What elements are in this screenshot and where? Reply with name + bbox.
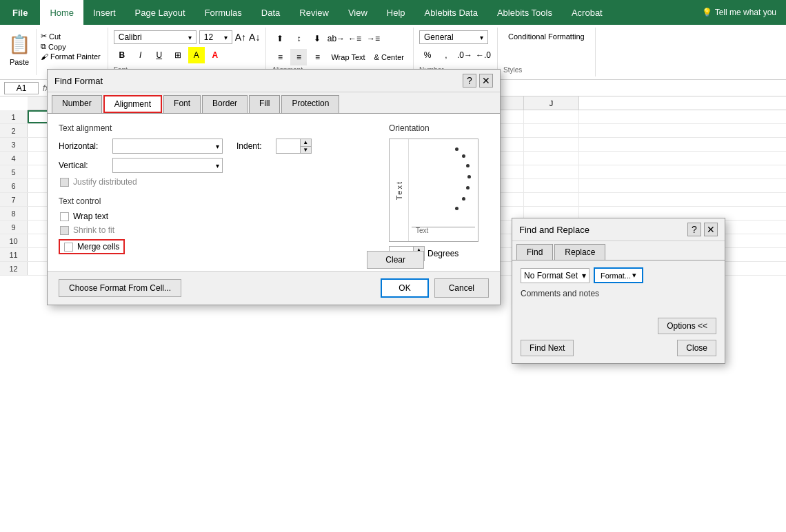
- fill-color-button[interactable]: A: [188, 47, 205, 63]
- conditional-formatting-button[interactable]: Conditional Formatting: [503, 30, 590, 43]
- fr-close-button[interactable]: Close: [677, 340, 716, 356]
- find-format-help-button[interactable]: ?: [463, 74, 476, 88]
- bold-button[interactable]: B: [114, 47, 130, 63]
- cell-6-9[interactable]: [524, 179, 579, 192]
- orientation-button[interactable]: ab→: [328, 30, 344, 47]
- indent-spinner: ▲ ▼: [300, 139, 311, 153]
- shrink-to-fit-checkbox[interactable]: [60, 226, 69, 235]
- tab-insert[interactable]: Insert: [83, 0, 125, 25]
- underline-button[interactable]: U: [151, 47, 168, 63]
- decrease-font-icon[interactable]: A↓: [249, 32, 260, 43]
- cell-5-9[interactable]: [524, 165, 579, 178]
- row-header-10[interactable]: 10: [0, 234, 28, 247]
- increase-decimal-button[interactable]: .0→: [456, 47, 473, 63]
- merge-cells-checkbox[interactable]: [64, 243, 73, 252]
- row-header-3[interactable]: 3: [0, 138, 28, 151]
- decrease-decimal-button[interactable]: ←.0: [475, 47, 492, 63]
- indent-decrease-button[interactable]: ←≡: [346, 30, 363, 47]
- row-header-7[interactable]: 7: [0, 193, 28, 206]
- row-header-12[interactable]: 12: [0, 262, 28, 275]
- number-format-dropdown[interactable]: General▾: [419, 30, 488, 44]
- fr-format-button[interactable]: Format... ▾: [594, 267, 643, 283]
- indent-input[interactable]: ▲ ▼: [276, 139, 312, 154]
- find-replace-help-button[interactable]: ?: [687, 223, 701, 236]
- horizontal-dropdown[interactable]: ▾: [112, 139, 223, 154]
- tell-me-text: Tell me what you: [715, 8, 776, 17]
- tab-file[interactable]: File: [0, 0, 40, 25]
- tab-ablebits-tools[interactable]: Ablebits Tools: [487, 0, 562, 25]
- justify-distributed-checkbox[interactable]: [60, 178, 69, 187]
- tab-view[interactable]: View: [339, 0, 377, 25]
- tab-data[interactable]: Data: [252, 0, 290, 25]
- border-button[interactable]: ⊞: [170, 47, 186, 63]
- indent-up-button[interactable]: ▲: [300, 139, 311, 147]
- cell-7-9[interactable]: [524, 193, 579, 206]
- ok-button[interactable]: OK: [381, 278, 428, 298]
- align-bottom-button[interactable]: ⬇: [309, 30, 325, 47]
- tab-font[interactable]: Font: [163, 95, 201, 113]
- font-name-dropdown[interactable]: Calibri▾: [114, 30, 196, 44]
- fr-format-dropdown[interactable]: No Format Set ▾: [521, 268, 590, 283]
- align-center-button[interactable]: ≡: [290, 49, 307, 65]
- indent-increase-button[interactable]: →≡: [365, 30, 381, 47]
- cell-3-9[interactable]: [524, 138, 579, 151]
- fr-find-next-button[interactable]: Find Next: [521, 340, 574, 356]
- tab-page-layout[interactable]: Page Layout: [125, 0, 195, 25]
- tab-home[interactable]: Home: [40, 0, 83, 25]
- wrap-text-button[interactable]: Wrap Text: [328, 51, 368, 63]
- fr-options-button[interactable]: Options <<: [658, 318, 716, 334]
- tab-number[interactable]: Number: [52, 95, 102, 113]
- cancel-button[interactable]: Cancel: [434, 278, 489, 298]
- row-header-8[interactable]: 8: [0, 207, 28, 220]
- row-header-2[interactable]: 2: [0, 124, 28, 137]
- tell-me-box[interactable]: 💡 Tell me what you: [692, 0, 786, 25]
- font-color-button[interactable]: A: [207, 47, 223, 63]
- tab-fill[interactable]: Fill: [249, 95, 280, 113]
- tab-protection[interactable]: Protection: [281, 95, 339, 113]
- cell-reference-box[interactable]: A1: [4, 82, 39, 94]
- merge-center-button[interactable]: & Center: [371, 51, 407, 63]
- fr-footer: Options <<: [512, 312, 725, 340]
- row-header-9[interactable]: 9: [0, 221, 28, 234]
- row-header-11[interactable]: 11: [0, 248, 28, 261]
- col-header-J[interactable]: J: [524, 96, 579, 110]
- paste-button[interactable]: 📋 Paste: [3, 29, 37, 75]
- fr-tab-replace[interactable]: Replace: [554, 244, 605, 260]
- find-replace-close-button[interactable]: ✕: [704, 223, 718, 236]
- find-format-close-button[interactable]: ✕: [479, 74, 493, 88]
- align-middle-button[interactable]: ↕: [290, 30, 307, 47]
- percent-button[interactable]: %: [419, 47, 436, 63]
- cell-2-9[interactable]: [524, 124, 579, 137]
- tab-formulas[interactable]: Formulas: [195, 0, 252, 25]
- choose-format-button[interactable]: Choose Format From Cell...: [59, 279, 181, 297]
- merge-cells-row: Merge cells: [59, 239, 125, 254]
- align-top-button[interactable]: ⬆: [272, 30, 288, 47]
- tab-alignment[interactable]: Alignment: [103, 95, 162, 113]
- row-header-4[interactable]: 4: [0, 152, 28, 165]
- row-header-6[interactable]: 6: [0, 179, 28, 192]
- increase-font-icon[interactable]: A↑: [235, 32, 246, 43]
- orientation-box[interactable]: Text: [389, 139, 478, 242]
- indent-down-button[interactable]: ▼: [300, 147, 311, 154]
- row-header-5[interactable]: 5: [0, 165, 28, 178]
- clear-button[interactable]: Clear: [367, 251, 424, 269]
- align-left-button[interactable]: ≡: [272, 49, 288, 65]
- tab-review[interactable]: Review: [290, 0, 339, 25]
- font-size-dropdown[interactable]: 12▾: [199, 30, 232, 44]
- cell-4-9[interactable]: [524, 152, 579, 165]
- tab-border[interactable]: Border: [202, 95, 248, 113]
- tab-ablebits-data[interactable]: Ablebits Data: [415, 0, 487, 25]
- tab-acrobat[interactable]: Acrobat: [562, 0, 612, 25]
- format-painter-button[interactable]: 🖌 Format Painter: [41, 52, 101, 61]
- tab-help[interactable]: Help: [377, 0, 415, 25]
- italic-button[interactable]: I: [132, 47, 149, 63]
- wrap-text-checkbox[interactable]: [60, 212, 69, 221]
- copy-button[interactable]: ⧉ Copy: [41, 42, 101, 51]
- align-right-button[interactable]: ≡: [309, 49, 325, 65]
- row-header-1[interactable]: 1: [0, 110, 28, 123]
- fr-tab-find[interactable]: Find: [516, 244, 553, 260]
- vertical-dropdown[interactable]: ▾: [112, 158, 223, 173]
- cell-1-9[interactable]: [524, 110, 579, 123]
- comma-button[interactable]: ,: [438, 47, 454, 63]
- cut-button[interactable]: ✂ Cut: [41, 32, 101, 41]
